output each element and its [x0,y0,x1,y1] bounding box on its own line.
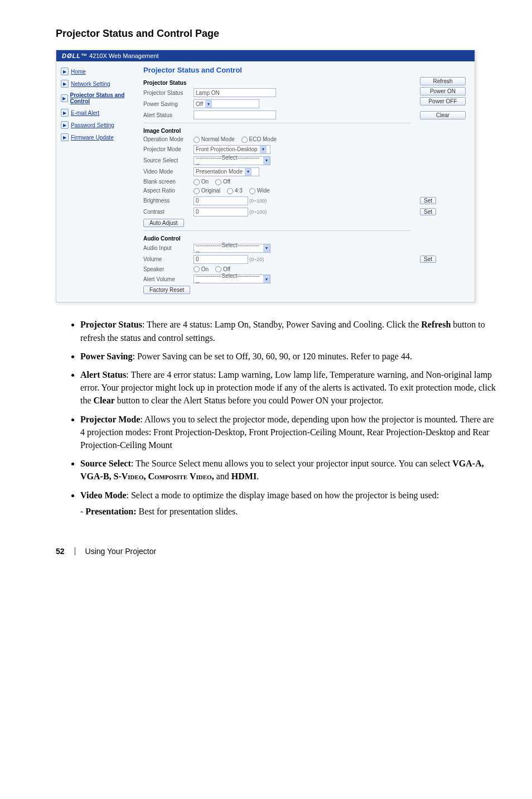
contrast-set-button[interactable]: Set [420,208,436,215]
radio-speaker-off[interactable] [215,266,221,272]
chevron-down-icon: ▾ [260,146,267,153]
web-management-screenshot: DØLL™ 4210X Web Management ▶Home ▶Networ… [56,50,475,302]
main-title: Projector Status and Control [143,66,469,74]
chevron-right-icon: ▶ [61,80,69,88]
footer-section: Using Your Projector [85,547,157,556]
clear-button[interactable]: Clear [420,111,466,119]
nav-network-setting[interactable]: ▶Network Setting [60,78,138,89]
audio-control-section-title: Audio Control [143,235,469,242]
label-volume: Volume [143,256,194,262]
source-select[interactable]: --------------Select--------------▾ [194,156,270,165]
power-off-button[interactable]: Power OFF [420,97,466,105]
brightness-set-button[interactable]: Set [420,197,436,204]
factory-reset-button[interactable]: Factory Reset [143,286,190,294]
label-contrast: Contrast [143,209,194,215]
divider [143,123,411,123]
row-operation-mode: Operation Mode Normal Mode ECO Mode [143,136,469,143]
radio-blank-on[interactable] [194,179,200,185]
nav-label: Password Setting [71,122,114,128]
projector-mode-select[interactable]: Front Projection-Desktop▾ [194,145,270,154]
label-projector-mode: Projector Mode [143,146,194,152]
page-footer: 52 Using Your Projector [56,547,499,556]
nav-label: E-mail Alert [71,110,99,116]
row-auto-adjust: Auto Adjust [143,219,469,227]
image-control-section-title: Image Control [143,128,469,134]
nav-firmware-update[interactable]: ▶Firmware Update [60,132,138,143]
opt-speaker-off: Off [223,266,230,272]
power-saving-select[interactable]: Off▾ [194,99,259,108]
radio-normal-mode[interactable] [194,137,200,143]
nav-password-setting[interactable]: ▶Password Setting [60,119,138,131]
term: Clear [94,396,115,405]
row-alert-volume: Alert Volume --------------Select-------… [143,275,469,283]
brightness-input[interactable]: 0 [194,196,248,205]
label-speaker: Speaker [143,266,194,272]
bullet-projector-mode: Projector Mode: Allows you to select the… [80,413,499,452]
power-on-button[interactable]: Power ON [420,87,466,95]
nav-home[interactable]: ▶Home [60,66,138,77]
chevron-right-icon: ▶ [61,94,68,102]
text: . [257,471,259,481]
video-mode-select[interactable]: Presentation Mode▾ [194,167,259,176]
chevron-right-icon: ▶ [61,68,69,75]
chevron-down-icon: ▾ [245,168,252,176]
row-blank-screen: Blank screen On Off [143,179,469,185]
label-operation-mode: Operation Mode [143,136,194,142]
term: Refresh [421,320,451,329]
divider [143,230,411,231]
audio-input-value: --------------Select-------------- [196,242,261,254]
alert-status-value [194,110,276,119]
text: and [214,471,231,481]
radio-blank-off[interactable] [215,179,221,185]
alert-volume-select[interactable]: --------------Select--------------▾ [194,275,270,283]
opt-aspect-wide: Wide [257,187,270,194]
term: Video Mode [80,490,127,500]
opt-aspect-original: Original [201,187,220,194]
chevron-down-icon: ▾ [263,157,270,165]
power-saving-select-value: Off [196,101,203,107]
label-alert-status: Alert Status [143,112,194,118]
label-blank-screen: Blank screen [143,179,194,185]
page-number: 52 [56,547,65,556]
radio-eco-mode[interactable] [241,137,248,143]
label-source-select: Source Select [143,157,194,163]
opt-speaker-on: On [201,266,209,272]
opt-eco-mode: ECO Mode [249,136,277,142]
auto-adjust-button[interactable]: Auto Adjust [143,219,184,227]
contrast-input[interactable]: 0 [194,208,248,216]
bullet-alert-status: Alert Status: There are 4 error status: … [80,368,499,407]
volume-set-button[interactable]: Set [420,256,436,263]
radio-speaker-on[interactable] [194,266,200,272]
sub-term: Presentation: [85,507,136,516]
volume-input[interactable]: 0 [194,255,248,264]
label-audio-input: Audio Input [143,245,194,251]
text: : Select a mode to optimize the display … [127,490,439,500]
radio-aspect-wide[interactable] [249,188,255,194]
label-aspect-ratio: Aspect Ratio [143,187,194,194]
source-select-value: --------------Select-------------- [196,155,261,167]
nav-label: Firmware Update [71,134,114,141]
bullet-power-saving: Power Saving: Power Saving can be set to… [80,350,499,363]
refresh-button[interactable]: Refresh [420,77,466,85]
text: : The Source Select menu allows you to s… [131,459,452,468]
chevron-down-icon: ▾ [263,244,270,252]
nav-email-alert[interactable]: ▶E-mail Alert [60,107,138,118]
row-speaker: Speaker On Off [143,266,469,273]
label-projector-status: Projector Status [143,90,194,96]
nav-label: Network Setting [71,81,110,87]
brand-title: 4210X Web Management [89,52,159,59]
footer-divider [75,547,75,555]
text: button to clear the Alert Status before … [115,396,384,405]
bullet-video-mode: Video Mode: Select a mode to optimize th… [80,489,499,518]
term: Source Select [80,459,131,468]
nav-projector-status[interactable]: ▶Projector Status and Control [60,90,138,106]
sub-text: Best for presentation slides. [137,507,238,516]
row-video-mode: Video Mode Presentation Mode▾ [143,167,469,176]
nav-label: Projector Status and Control [70,92,137,104]
brand-tm: ™ [81,52,88,59]
radio-aspect-original[interactable] [194,188,200,194]
radio-aspect-43[interactable] [227,188,233,194]
row-brightness: Brightness 0(0~100) Set [143,196,469,205]
audio-input-select[interactable]: --------------Select--------------▾ [194,244,270,253]
text: : There are 4 status: Lamp On, Standby, … [142,320,421,329]
